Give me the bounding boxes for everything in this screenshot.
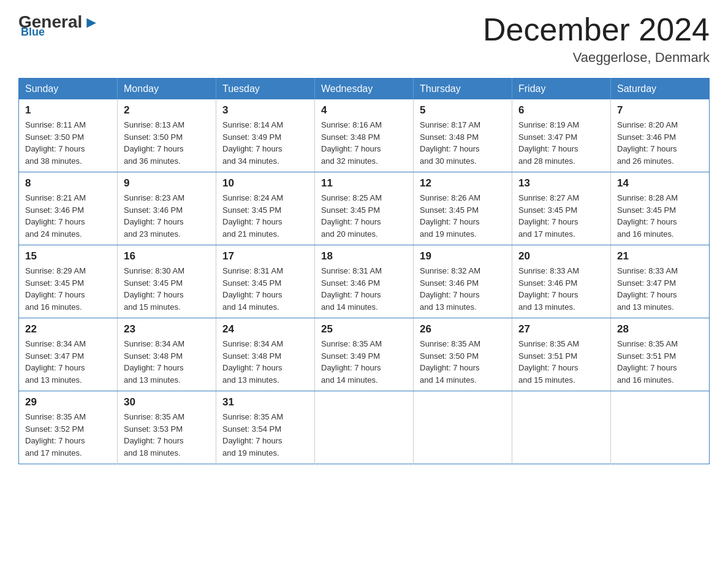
page-header: General ► Blue December 2024 Vaeggerlose… bbox=[18, 12, 710, 66]
calendar-cell: 3 Sunrise: 8:14 AM Sunset: 3:49 PM Dayli… bbox=[216, 99, 315, 172]
day-info: Sunrise: 8:26 AM Sunset: 3:45 PM Dayligh… bbox=[420, 192, 506, 240]
day-info: Sunrise: 8:34 AM Sunset: 3:48 PM Dayligh… bbox=[222, 338, 308, 386]
calendar-cell: 15 Sunrise: 8:29 AM Sunset: 3:45 PM Dayl… bbox=[19, 245, 118, 318]
header-tuesday: Tuesday bbox=[216, 79, 315, 100]
calendar-cell: 10 Sunrise: 8:24 AM Sunset: 3:45 PM Dayl… bbox=[216, 172, 315, 245]
calendar-cell: 6 Sunrise: 8:19 AM Sunset: 3:47 PM Dayli… bbox=[512, 99, 611, 172]
calendar-cell: 23 Sunrise: 8:34 AM Sunset: 3:48 PM Dayl… bbox=[118, 318, 216, 391]
day-info: Sunrise: 8:21 AM Sunset: 3:46 PM Dayligh… bbox=[25, 192, 111, 240]
day-number: 30 bbox=[124, 396, 210, 408]
day-info: Sunrise: 8:34 AM Sunset: 3:48 PM Dayligh… bbox=[124, 338, 210, 386]
logo: General ► Blue bbox=[18, 12, 99, 39]
day-number: 31 bbox=[222, 396, 308, 408]
day-number: 16 bbox=[124, 250, 210, 262]
day-info: Sunrise: 8:35 AM Sunset: 3:53 PM Dayligh… bbox=[124, 411, 210, 459]
calendar-cell: 16 Sunrise: 8:30 AM Sunset: 3:45 PM Dayl… bbox=[118, 245, 216, 318]
week-row-1: 1 Sunrise: 8:11 AM Sunset: 3:50 PM Dayli… bbox=[19, 99, 710, 172]
calendar-cell: 4 Sunrise: 8:16 AM Sunset: 3:48 PM Dayli… bbox=[315, 99, 414, 172]
day-info: Sunrise: 8:27 AM Sunset: 3:45 PM Dayligh… bbox=[518, 192, 604, 240]
calendar-cell: 12 Sunrise: 8:26 AM Sunset: 3:45 PM Dayl… bbox=[414, 172, 512, 245]
day-info: Sunrise: 8:24 AM Sunset: 3:45 PM Dayligh… bbox=[222, 192, 308, 240]
header-sunday: Sunday bbox=[19, 79, 118, 100]
day-info: Sunrise: 8:11 AM Sunset: 3:50 PM Dayligh… bbox=[25, 119, 111, 167]
day-info: Sunrise: 8:35 AM Sunset: 3:49 PM Dayligh… bbox=[321, 338, 407, 386]
day-number: 1 bbox=[25, 104, 111, 117]
calendar-cell: 5 Sunrise: 8:17 AM Sunset: 3:48 PM Dayli… bbox=[414, 99, 512, 172]
calendar-cell: 2 Sunrise: 8:13 AM Sunset: 3:50 PM Dayli… bbox=[118, 99, 216, 172]
day-info: Sunrise: 8:35 AM Sunset: 3:51 PM Dayligh… bbox=[518, 338, 604, 386]
day-number: 29 bbox=[25, 396, 111, 408]
day-info: Sunrise: 8:28 AM Sunset: 3:45 PM Dayligh… bbox=[617, 192, 703, 240]
calendar-cell bbox=[611, 391, 710, 464]
day-info: Sunrise: 8:14 AM Sunset: 3:49 PM Dayligh… bbox=[222, 119, 308, 167]
month-year-title: December 2024 bbox=[483, 12, 710, 47]
location-subtitle: Vaeggerlose, Denmark bbox=[483, 50, 710, 66]
week-row-5: 29 Sunrise: 8:35 AM Sunset: 3:52 PM Dayl… bbox=[19, 391, 710, 464]
day-number: 13 bbox=[518, 177, 604, 190]
day-number: 22 bbox=[25, 323, 111, 335]
week-row-2: 8 Sunrise: 8:21 AM Sunset: 3:46 PM Dayli… bbox=[19, 172, 710, 245]
day-number: 27 bbox=[518, 323, 604, 335]
day-number: 21 bbox=[617, 250, 703, 262]
calendar-cell bbox=[414, 391, 512, 464]
calendar-cell: 13 Sunrise: 8:27 AM Sunset: 3:45 PM Dayl… bbox=[512, 172, 611, 245]
day-number: 24 bbox=[222, 323, 308, 335]
day-number: 25 bbox=[321, 323, 407, 335]
day-number: 5 bbox=[420, 104, 506, 117]
day-number: 26 bbox=[420, 323, 506, 335]
logo-arrow-icon: ► bbox=[83, 14, 99, 30]
calendar-cell: 28 Sunrise: 8:35 AM Sunset: 3:51 PM Dayl… bbox=[611, 318, 710, 391]
calendar-cell: 1 Sunrise: 8:11 AM Sunset: 3:50 PM Dayli… bbox=[19, 99, 118, 172]
day-number: 28 bbox=[617, 323, 703, 335]
day-number: 18 bbox=[321, 250, 407, 262]
day-number: 14 bbox=[617, 177, 703, 190]
title-section: December 2024 Vaeggerlose, Denmark bbox=[483, 12, 710, 66]
day-number: 6 bbox=[518, 104, 604, 117]
day-info: Sunrise: 8:35 AM Sunset: 3:52 PM Dayligh… bbox=[25, 411, 111, 459]
day-number: 4 bbox=[321, 104, 407, 117]
calendar-cell: 25 Sunrise: 8:35 AM Sunset: 3:49 PM Dayl… bbox=[315, 318, 414, 391]
week-row-4: 22 Sunrise: 8:34 AM Sunset: 3:47 PM Dayl… bbox=[19, 318, 710, 391]
calendar-header-row: SundayMondayTuesdayWednesdayThursdayFrid… bbox=[19, 79, 710, 100]
day-number: 23 bbox=[124, 323, 210, 335]
calendar-cell: 11 Sunrise: 8:25 AM Sunset: 3:45 PM Dayl… bbox=[315, 172, 414, 245]
day-info: Sunrise: 8:20 AM Sunset: 3:46 PM Dayligh… bbox=[617, 119, 703, 167]
calendar-cell: 19 Sunrise: 8:32 AM Sunset: 3:46 PM Dayl… bbox=[414, 245, 512, 318]
day-info: Sunrise: 8:13 AM Sunset: 3:50 PM Dayligh… bbox=[124, 119, 210, 167]
day-number: 8 bbox=[25, 177, 111, 190]
day-info: Sunrise: 8:35 AM Sunset: 3:54 PM Dayligh… bbox=[222, 411, 308, 459]
logo-blue-text: Blue bbox=[21, 26, 45, 39]
day-info: Sunrise: 8:31 AM Sunset: 3:45 PM Dayligh… bbox=[222, 265, 308, 313]
calendar-cell: 9 Sunrise: 8:23 AM Sunset: 3:46 PM Dayli… bbox=[118, 172, 216, 245]
day-number: 19 bbox=[420, 250, 506, 262]
calendar-cell: 24 Sunrise: 8:34 AM Sunset: 3:48 PM Dayl… bbox=[216, 318, 315, 391]
header-friday: Friday bbox=[512, 79, 611, 100]
day-info: Sunrise: 8:34 AM Sunset: 3:47 PM Dayligh… bbox=[25, 338, 111, 386]
day-info: Sunrise: 8:35 AM Sunset: 3:51 PM Dayligh… bbox=[617, 338, 703, 386]
header-thursday: Thursday bbox=[414, 79, 512, 100]
calendar-cell: 20 Sunrise: 8:33 AM Sunset: 3:46 PM Dayl… bbox=[512, 245, 611, 318]
calendar-cell: 26 Sunrise: 8:35 AM Sunset: 3:50 PM Dayl… bbox=[414, 318, 512, 391]
day-info: Sunrise: 8:32 AM Sunset: 3:46 PM Dayligh… bbox=[420, 265, 506, 313]
day-number: 3 bbox=[222, 104, 308, 117]
day-info: Sunrise: 8:25 AM Sunset: 3:45 PM Dayligh… bbox=[321, 192, 407, 240]
day-number: 2 bbox=[124, 104, 210, 117]
day-info: Sunrise: 8:33 AM Sunset: 3:46 PM Dayligh… bbox=[518, 265, 604, 313]
day-info: Sunrise: 8:30 AM Sunset: 3:45 PM Dayligh… bbox=[124, 265, 210, 313]
day-number: 10 bbox=[222, 177, 308, 190]
day-number: 11 bbox=[321, 177, 407, 190]
calendar-cell: 27 Sunrise: 8:35 AM Sunset: 3:51 PM Dayl… bbox=[512, 318, 611, 391]
day-info: Sunrise: 8:19 AM Sunset: 3:47 PM Dayligh… bbox=[518, 119, 604, 167]
calendar-cell: 17 Sunrise: 8:31 AM Sunset: 3:45 PM Dayl… bbox=[216, 245, 315, 318]
header-saturday: Saturday bbox=[611, 79, 710, 100]
day-number: 15 bbox=[25, 250, 111, 262]
calendar-cell: 8 Sunrise: 8:21 AM Sunset: 3:46 PM Dayli… bbox=[19, 172, 118, 245]
calendar-cell: 14 Sunrise: 8:28 AM Sunset: 3:45 PM Dayl… bbox=[611, 172, 710, 245]
header-wednesday: Wednesday bbox=[315, 79, 414, 100]
calendar-cell bbox=[512, 391, 611, 464]
day-info: Sunrise: 8:31 AM Sunset: 3:46 PM Dayligh… bbox=[321, 265, 407, 313]
day-info: Sunrise: 8:17 AM Sunset: 3:48 PM Dayligh… bbox=[420, 119, 506, 167]
calendar-cell: 31 Sunrise: 8:35 AM Sunset: 3:54 PM Dayl… bbox=[216, 391, 315, 464]
calendar-cell bbox=[315, 391, 414, 464]
calendar-cell: 7 Sunrise: 8:20 AM Sunset: 3:46 PM Dayli… bbox=[611, 99, 710, 172]
